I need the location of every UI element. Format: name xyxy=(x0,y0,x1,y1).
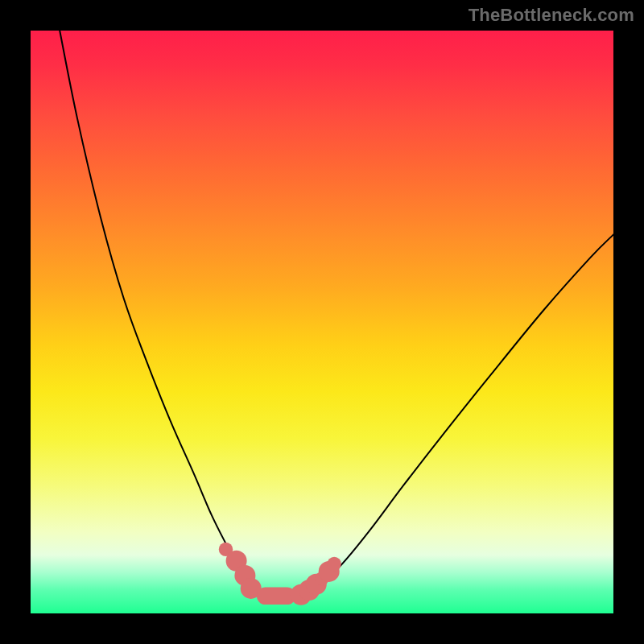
chart-frame: TheBottleneck.com xyxy=(0,0,644,644)
chart-svg xyxy=(31,31,613,613)
data-marker xyxy=(328,557,341,571)
data-markers xyxy=(219,543,341,605)
data-marker-bar xyxy=(257,587,296,605)
plot-area xyxy=(31,31,613,613)
bottleneck-curve xyxy=(60,31,613,597)
watermark-text: TheBottleneck.com xyxy=(469,5,634,26)
